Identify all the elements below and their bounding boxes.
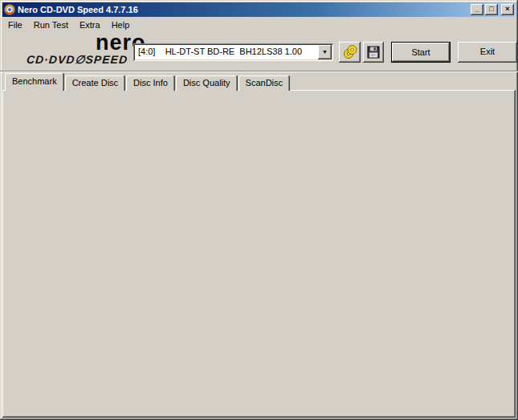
close-button[interactable]: × [501, 4, 514, 15]
toolbar-separator [0, 71, 518, 72]
cd-dvd-speed-logo: CD·DVD∅SPEED [26, 53, 128, 66]
window-title: Nero CD-DVD Speed 4.7.7.16 [18, 5, 138, 14]
save-icon [366, 45, 381, 59]
drive-selector[interactable]: [4:0] HL-DT-ST BD-RE BH12LS38 1.00 ▼ [133, 43, 333, 61]
tab-disc-info[interactable]: Disc Info [126, 75, 175, 91]
tab-disc-quality[interactable]: Disc Quality [176, 75, 238, 91]
menu-help[interactable]: Help [106, 18, 136, 31]
exit-button[interactable]: Exit [458, 42, 517, 63]
tab-create-disc[interactable]: Create Disc [65, 75, 125, 91]
save-button[interactable] [363, 42, 384, 63]
app-icon [4, 4, 15, 15]
tab-benchmark[interactable]: Benchmark [5, 73, 64, 91]
discs-icon [342, 44, 358, 60]
maximize-button[interactable]: □ [485, 4, 498, 15]
tab-scandisc[interactable]: ScanDisc [239, 75, 290, 91]
toolbar: nero CD·DVD∅SPEED [4:0] HL-DT-ST BD-RE B… [2, 32, 516, 71]
chevron-down-icon[interactable]: ▼ [318, 45, 332, 59]
minimize-button[interactable]: _ [471, 4, 483, 15]
menu-run-test[interactable]: Run Test [28, 18, 74, 31]
title-bar: Nero CD-DVD Speed 4.7.7.16 _ □ × [2, 2, 516, 17]
benchmark-tab-page [2, 90, 516, 418]
menu-file[interactable]: File [2, 18, 28, 31]
tab-bar: Benchmark Create Disc Disc Info Disc Qua… [5, 73, 291, 91]
start-button[interactable]: Start [391, 42, 451, 63]
drive-selector-value: [4:0] HL-DT-ST BD-RE BH12LS38 1.00 [138, 47, 302, 56]
eject-discs-button[interactable] [339, 42, 361, 63]
menu-bar: File Run Test Extra Help [2, 18, 516, 32]
menu-extra[interactable]: Extra [74, 18, 106, 31]
app-window: Nero CD-DVD Speed 4.7.7.16 _ □ × File Ru… [0, 0, 518, 420]
